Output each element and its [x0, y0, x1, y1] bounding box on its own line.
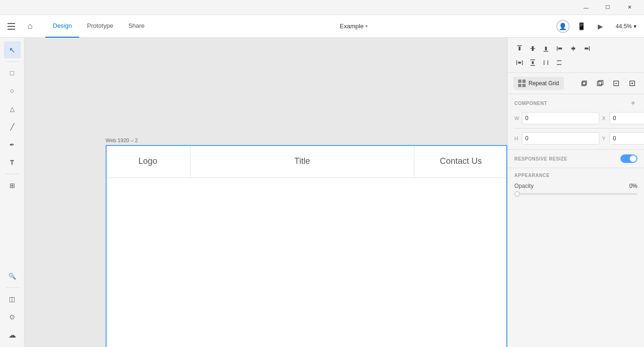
project-name[interactable]: Example ▾ — [340, 23, 368, 30]
search-icon — [8, 272, 16, 280]
appearance-section: APPEARANCE Opacity 0% — [508, 168, 644, 200]
component-section: COMPONENT + W X H Y — [508, 94, 644, 150]
width-input[interactable] — [522, 112, 599, 124]
opacity-slider-container — [514, 193, 637, 195]
opacity-slider[interactable] — [514, 193, 637, 195]
user-circle-icon: 👤 — [556, 20, 570, 33]
toolbar-divider-3 — [6, 287, 19, 288]
rectangle-tool[interactable] — [4, 65, 21, 81]
svg-rect-10 — [585, 48, 588, 49]
align-top-button[interactable] — [513, 42, 526, 55]
responsive-resize-row: RESPONSIVE RESIZE — [508, 150, 644, 168]
paste-attr-button[interactable] — [626, 77, 638, 89]
plugins-panel[interactable] — [4, 308, 21, 325]
chevron-down-icon: ▾ — [365, 24, 368, 29]
width-label: W — [514, 115, 520, 121]
alignment-section — [508, 38, 644, 73]
align-bottom-button[interactable] — [540, 42, 552, 55]
distribute-group — [513, 56, 565, 69]
responsive-resize-label: RESPONSIVE RESIZE — [514, 156, 567, 161]
nav-center: Example ▾ — [152, 23, 555, 30]
height-input[interactable] — [522, 132, 599, 145]
artboard-label: Web 1920 – 2 — [106, 137, 138, 143]
home-button[interactable] — [23, 19, 38, 34]
user-avatar[interactable]: 👤 — [555, 19, 570, 34]
toolbar-divider-2 — [6, 174, 19, 174]
asset-icon — [9, 181, 15, 190]
zoom-chevron-icon: ▾ — [634, 23, 636, 30]
svg-rect-4 — [545, 47, 547, 50]
dimensions-grid: W X H Y — [514, 112, 637, 145]
line-icon — [10, 122, 14, 131]
menu-button[interactable] — [4, 19, 19, 34]
device-preview-button[interactable] — [574, 19, 589, 34]
copy-attr-button[interactable] — [610, 77, 622, 89]
main-area: Web 1920 – 2 Logo Title Contact Us — [0, 38, 644, 347]
select-tool[interactable] — [4, 41, 21, 58]
rg-cell-1 — [518, 80, 521, 83]
copy-style-button[interactable] — [578, 77, 590, 89]
appearance-header: APPEARANCE — [514, 173, 637, 178]
svg-rect-22 — [582, 82, 586, 86]
distribute-h-button[interactable] — [513, 56, 526, 69]
select-icon — [9, 46, 15, 55]
responsive-resize-toggle[interactable] — [620, 154, 637, 163]
align-middle-v-button[interactable] — [527, 42, 539, 55]
triangle-icon — [10, 105, 15, 113]
pen-tool[interactable] — [4, 136, 21, 153]
component-title: COMPONENT — [514, 101, 547, 106]
opacity-thumb[interactable] — [514, 191, 520, 197]
tab-design[interactable]: Design — [45, 15, 79, 38]
project-name-text: Example — [340, 23, 364, 30]
opacity-row: Opacity 0% — [514, 183, 637, 189]
opacity-value: 0% — [629, 183, 637, 189]
zoom-control[interactable]: 44.5% ▾ — [612, 20, 640, 33]
paste-style-button[interactable] — [594, 77, 606, 89]
svg-rect-0 — [519, 47, 520, 50]
appearance-title: APPEARANCE — [514, 173, 550, 178]
align-right-button[interactable] — [580, 42, 593, 55]
rg-cell-2 — [522, 80, 526, 83]
align-left-button[interactable] — [554, 42, 566, 55]
y-input[interactable] — [610, 132, 644, 145]
repeat-grid-button[interactable]: Repeat Grid — [513, 77, 564, 90]
logo-cell[interactable]: Logo — [106, 145, 190, 178]
triangle-tool[interactable] — [4, 100, 21, 117]
title-cell[interactable]: Title — [190, 145, 414, 178]
nav-right: 👤 ▶ 44.5% ▾ — [555, 19, 640, 34]
svg-rect-13 — [518, 62, 521, 64]
minimize-button[interactable]: — — [575, 0, 597, 15]
component-header: COMPONENT + — [514, 99, 637, 107]
cloud-icon — [8, 331, 16, 339]
rg-cell-4 — [522, 84, 526, 87]
search-tool[interactable] — [4, 267, 21, 284]
horizontal-align-group — [554, 42, 593, 55]
tab-share[interactable]: Share — [121, 15, 152, 38]
x-label: X — [602, 115, 608, 121]
tab-prototype[interactable]: Prototype — [79, 15, 121, 38]
play-button[interactable]: ▶ — [593, 19, 608, 34]
component-add-button[interactable]: + — [629, 99, 637, 107]
contact-cell[interactable]: Contact Us — [414, 145, 507, 178]
ellipse-tool[interactable] — [4, 82, 21, 99]
height-label: H — [514, 136, 520, 141]
artboard[interactable]: Logo Title Contact Us — [106, 145, 507, 347]
line-tool[interactable] — [4, 118, 21, 135]
distribute-hl-button[interactable] — [540, 56, 552, 69]
text-icon — [10, 158, 14, 167]
x-input[interactable] — [610, 112, 644, 124]
maximize-button[interactable]: ☐ — [597, 0, 619, 15]
asset-tool[interactable] — [4, 177, 21, 194]
ellipse-icon — [10, 87, 14, 95]
layers-panel[interactable] — [4, 291, 21, 307]
top-nav: Design Prototype Share Example ▾ 👤 ▶ 44.… — [0, 15, 644, 38]
text-tool[interactable] — [4, 154, 21, 171]
left-toolbar — [0, 38, 25, 347]
distribute-v-button[interactable] — [527, 56, 539, 69]
distribute-hr-button[interactable] — [553, 56, 565, 69]
canvas-area[interactable]: Web 1920 – 2 Logo Title Contact Us — [25, 38, 507, 347]
close-button[interactable]: ✕ — [619, 0, 640, 15]
align-center-h-button[interactable] — [567, 42, 579, 55]
width-field: W — [514, 112, 599, 124]
cloud-panel[interactable] — [4, 326, 21, 343]
